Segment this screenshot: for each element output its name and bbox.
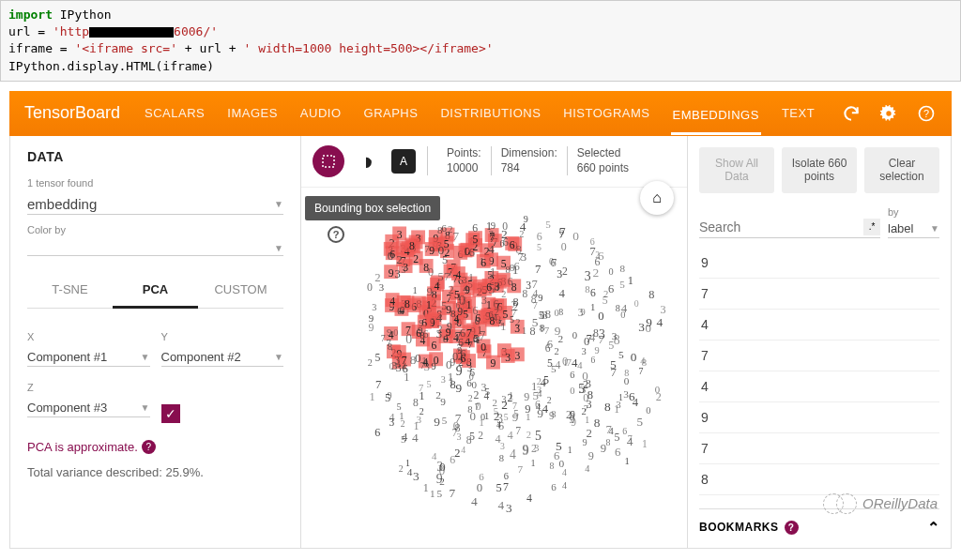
- tab-graphs[interactable]: GRAPHS: [362, 93, 420, 133]
- svg-text:2: 2: [401, 418, 405, 429]
- svg-text:2: 2: [603, 289, 608, 299]
- svg-text:3: 3: [623, 387, 629, 399]
- points-stat: Points:10000: [437, 146, 492, 175]
- redacted-text: [89, 27, 174, 38]
- svg-text:5: 5: [535, 428, 542, 442]
- svg-text:2: 2: [537, 376, 542, 386]
- tab-audio[interactable]: AUDIO: [298, 93, 343, 133]
- regex-toggle[interactable]: .*: [863, 219, 880, 235]
- tab-histograms[interactable]: HISTOGRAMS: [561, 93, 651, 133]
- svg-text:3: 3: [581, 346, 586, 356]
- tab-tsne[interactable]: T-SNE: [27, 273, 113, 308]
- svg-text:8: 8: [551, 408, 557, 419]
- svg-text:6: 6: [473, 304, 479, 317]
- list-item[interactable]: 8: [699, 464, 939, 495]
- tab-scalars[interactable]: SCALARS: [143, 93, 206, 133]
- svg-text:6: 6: [537, 229, 542, 242]
- svg-text:5: 5: [497, 317, 503, 328]
- svg-text:8: 8: [531, 293, 537, 305]
- svg-text:4: 4: [510, 446, 516, 461]
- svg-text:0: 0: [439, 463, 446, 477]
- svg-text:0: 0: [367, 280, 373, 294]
- tab-text[interactable]: TEXT: [780, 93, 816, 133]
- list-item[interactable]: 4: [699, 371, 939, 402]
- svg-text:1: 1: [426, 299, 432, 311]
- svg-text:5: 5: [496, 481, 502, 494]
- svg-text:9: 9: [434, 415, 440, 429]
- list-item[interactable]: 7: [699, 279, 939, 310]
- list-item[interactable]: 7: [699, 341, 939, 371]
- svg-text:8: 8: [619, 263, 625, 274]
- search-input[interactable]: [699, 219, 863, 235]
- svg-text:6: 6: [472, 221, 478, 234]
- svg-text:2: 2: [501, 227, 508, 241]
- isolate-button[interactable]: Isolate 660 points: [782, 147, 857, 193]
- z-component-select[interactable]: Component #3▼: [27, 397, 150, 417]
- svg-text:3: 3: [505, 352, 511, 364]
- svg-text:2: 2: [554, 345, 558, 356]
- svg-text:4: 4: [402, 431, 407, 444]
- label-mode-toggle[interactable]: A: [391, 149, 416, 174]
- svg-text:9: 9: [429, 245, 435, 257]
- svg-text:8: 8: [558, 307, 563, 317]
- svg-text:3: 3: [587, 398, 592, 411]
- svg-text:6: 6: [554, 449, 559, 462]
- svg-text:5: 5: [504, 412, 509, 422]
- svg-text:2: 2: [478, 430, 483, 441]
- bounding-box-tool[interactable]: [313, 145, 344, 177]
- svg-text:3: 3: [441, 374, 446, 385]
- svg-text:7: 7: [452, 229, 459, 243]
- svg-text:3: 3: [467, 362, 473, 373]
- list-item[interactable]: 9: [699, 248, 939, 279]
- svg-text:3: 3: [463, 275, 467, 285]
- tensor-select[interactable]: embedding ▼: [27, 192, 283, 215]
- tab-custom[interactable]: CUSTOM: [198, 273, 283, 308]
- svg-text:6: 6: [547, 337, 553, 350]
- svg-text:9: 9: [369, 312, 374, 324]
- help-icon[interactable]: ?: [916, 103, 937, 124]
- refresh-icon[interactable]: [841, 103, 862, 124]
- chevron-up-icon[interactable]: ⌃: [927, 519, 940, 537]
- svg-text:4: 4: [507, 429, 513, 442]
- svg-text:9: 9: [595, 345, 600, 356]
- tab-distributions[interactable]: DISTRIBUTIONS: [438, 93, 542, 133]
- svg-text:5: 5: [374, 352, 380, 364]
- svg-text:9: 9: [588, 449, 594, 462]
- search-input-wrap: .*: [699, 217, 880, 238]
- svg-text:0: 0: [561, 240, 567, 253]
- svg-text:4: 4: [488, 243, 495, 256]
- embedding-scatter[interactable]: 7888598629031846996370893597333671789087…: [339, 196, 678, 535]
- tab-embeddings[interactable]: EMBEDDINGS: [671, 95, 761, 135]
- svg-text:8: 8: [542, 308, 548, 322]
- svg-text:5: 5: [608, 339, 614, 352]
- help-icon[interactable]: ?: [142, 440, 156, 454]
- chevron-down-icon: ▼: [930, 223, 939, 234]
- svg-text:2: 2: [413, 253, 419, 265]
- chevron-down-icon: ▼: [274, 199, 283, 209]
- y-component-select[interactable]: Component #2▼: [161, 346, 284, 367]
- svg-text:9: 9: [419, 318, 423, 328]
- show-all-button[interactable]: Show All Data: [699, 147, 774, 193]
- search-by-select[interactable]: label▼: [888, 218, 939, 238]
- x-component-select[interactable]: Component #1▼: [27, 346, 150, 367]
- list-item[interactable]: 4: [699, 310, 939, 341]
- svg-text:4: 4: [526, 492, 532, 505]
- svg-text:1: 1: [480, 256, 484, 266]
- projection-view[interactable]: ◗ A Points:10000 Dimension:784 Selected6…: [301, 136, 688, 548]
- svg-text:4: 4: [562, 467, 567, 477]
- tab-images[interactable]: IMAGES: [225, 93, 280, 133]
- help-icon[interactable]: ?: [785, 521, 799, 535]
- svg-text:2: 2: [448, 282, 453, 295]
- night-mode-toggle[interactable]: ◗: [352, 145, 384, 177]
- list-item[interactable]: 7: [699, 433, 939, 464]
- color-by-select[interactable]: ▼: [27, 239, 283, 256]
- svg-text:4: 4: [562, 480, 567, 491]
- tensorboard-header: TensorBoard SCALARS IMAGES AUDIO GRAPHS …: [9, 91, 952, 136]
- tab-pca[interactable]: PCA: [113, 273, 198, 309]
- svg-text:4: 4: [609, 426, 615, 436]
- svg-text:6: 6: [591, 355, 596, 365]
- list-item[interactable]: 9: [699, 402, 939, 433]
- z-enable-checkbox[interactable]: ✓: [161, 404, 180, 423]
- gear-icon[interactable]: [878, 103, 899, 124]
- clear-selection-button[interactable]: Clear selection: [864, 147, 939, 193]
